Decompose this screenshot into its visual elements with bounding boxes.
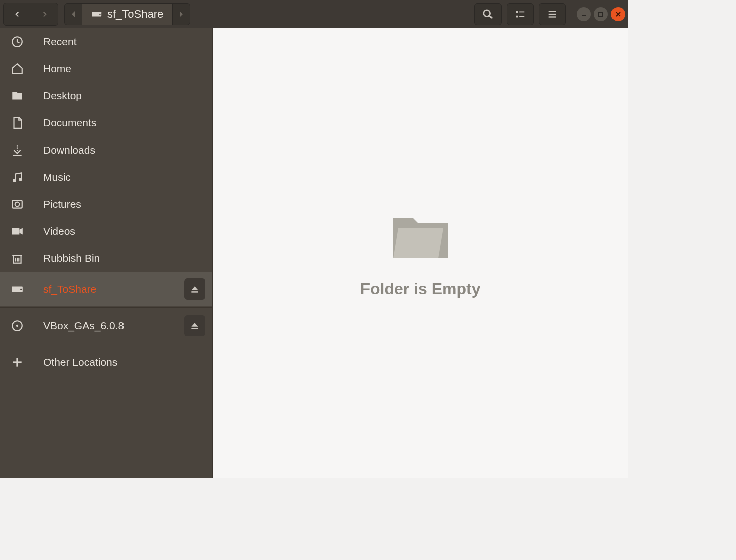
sidebar-item-label: Recent [43,36,77,48]
sidebar-item-recent[interactable]: Recent [0,28,212,55]
hamburger-icon [547,9,558,20]
documents-icon [9,115,25,131]
home-icon [9,61,25,77]
sidebar-item-label: VBox_GAs_6.0.8 [43,320,124,332]
minimize-icon [581,11,587,17]
sidebar-item-label: Other Locations [43,356,117,368]
eject-button[interactable] [184,278,205,300]
downloads-icon [9,142,25,158]
path-bar: sf_ToShare [64,3,190,25]
svg-rect-14 [599,12,603,16]
sidebar-item-label: Documents [43,117,96,129]
path-prev-button[interactable] [65,3,82,25]
maximize-button[interactable] [594,7,608,21]
plus-icon [9,354,25,370]
triangle-left-icon [71,11,76,18]
sidebar-item-music[interactable]: Music [0,164,212,191]
content-area: Folder is Empty [213,28,628,478]
back-button[interactable] [4,3,31,25]
eject-icon [190,321,200,331]
path-segment-label: sf_ToShare [107,8,163,21]
path-segment-current[interactable]: sf_ToShare [82,4,173,25]
trash-icon [9,250,25,266]
path-next-button[interactable] [173,3,190,25]
drive-icon [9,281,25,297]
sidebar-item-label: Downloads [43,144,95,156]
recent-icon [9,34,25,50]
hamburger-menu-button[interactable] [539,3,566,25]
svg-marker-0 [72,11,75,17]
sidebar-item-label: Music [43,171,71,183]
body: RecentHomeDesktopDocumentsDownloadsMusic… [0,28,628,478]
svg-rect-7 [519,11,524,12]
sidebar-item-label: Desktop [43,90,82,102]
file-manager-window: sf_ToShare Re [0,0,628,478]
drive-icon [91,9,102,20]
svg-marker-3 [180,11,183,17]
close-button[interactable] [611,7,625,21]
view-toggle-button[interactable] [507,3,534,25]
desktop-icon [9,88,25,104]
folder-empty-icon [388,208,453,265]
sidebar-item-label: Videos [43,225,75,237]
nav-buttons [3,3,58,26]
chevron-right-icon [40,10,49,19]
sidebar-item-videos[interactable]: Videos [0,218,212,245]
sidebar: RecentHomeDesktopDocumentsDownloadsMusic… [0,28,213,478]
svg-line-5 [489,15,493,18]
sidebar-item-label: Home [43,63,71,75]
svg-rect-9 [519,16,524,17]
sidebar-item-rubbish-bin[interactable]: Rubbish Bin [0,245,212,272]
search-button[interactable] [474,3,502,25]
svg-point-2 [99,13,101,15]
sidebar-item-downloads[interactable]: Downloads [0,136,212,164]
sidebar-item-desktop[interactable]: Desktop [0,82,212,109]
maximize-icon [598,11,604,17]
chevron-left-icon [13,10,22,19]
toolbar: sf_ToShare [0,0,628,28]
eject-icon [190,284,200,294]
close-icon [615,11,621,17]
sidebar-item-label: sf_ToShare [43,283,96,295]
list-view-icon [515,9,526,20]
empty-message: Folder is Empty [360,279,480,298]
eject-button[interactable] [184,315,205,336]
triangle-right-icon [179,11,184,18]
svg-rect-13 [582,15,586,16]
window-controls [577,7,625,21]
sidebar-item-label: Pictures [43,198,81,210]
svg-rect-6 [516,11,518,13]
sidebar-item-sf-toshare[interactable]: sf_ToShare [0,272,212,306]
minimize-button[interactable] [577,7,591,21]
disc-icon [9,318,25,334]
forward-button[interactable] [31,3,58,25]
sidebar-item-home[interactable]: Home [0,55,212,82]
sidebar-item-pictures[interactable]: Pictures [0,191,212,218]
svg-point-4 [484,10,490,16]
sidebar-item-documents[interactable]: Documents [0,109,212,136]
search-icon [482,9,494,20]
sidebar-item-other-locations[interactable]: Other Locations [0,345,212,379]
pictures-icon [9,196,25,212]
videos-icon [9,223,25,239]
sidebar-item-label: Rubbish Bin [43,252,100,264]
music-icon [9,169,25,185]
sidebar-item-vbox-gas-6-0-8[interactable]: VBox_GAs_6.0.8 [0,309,212,343]
svg-rect-8 [516,15,518,17]
